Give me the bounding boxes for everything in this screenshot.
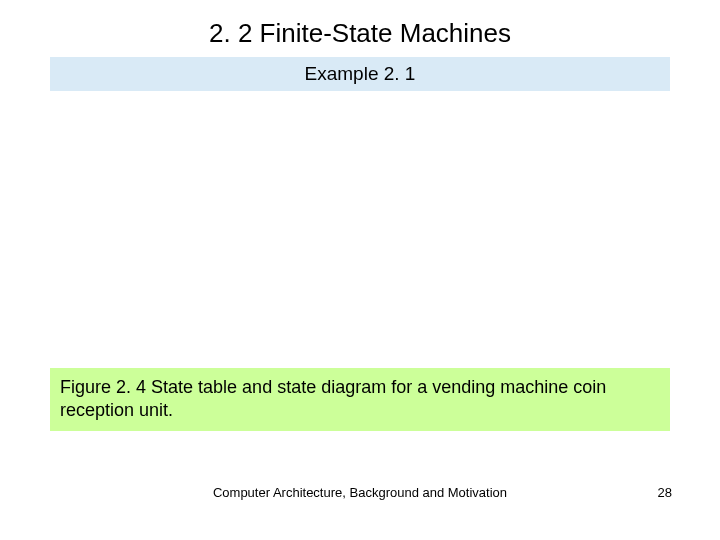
page-number: 28 [658,485,672,500]
example-label-bar: Example 2. 1 [50,57,670,91]
slide-title: 2. 2 Finite-State Machines [0,0,720,57]
footer-text: Computer Architecture, Background and Mo… [0,485,720,500]
figure-caption-bar: Figure 2. 4 State table and state diagra… [50,368,670,431]
